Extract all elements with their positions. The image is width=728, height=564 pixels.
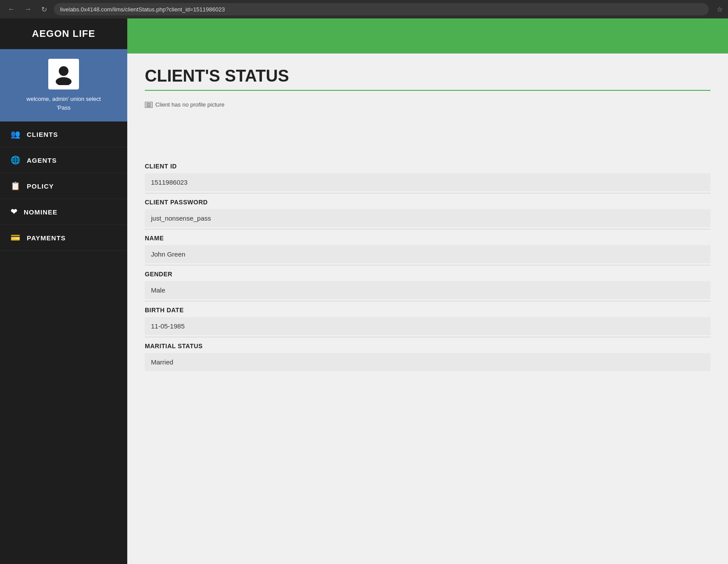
green-header [127,18,728,54]
field-value-birth-date: 11-05-1985 [145,317,710,335]
sidebar-item-payments[interactable]: 💳 PAYMENTS [0,225,127,251]
svg-point-1 [56,77,72,85]
policy-icon: 📋 [11,181,21,191]
svg-point-0 [59,66,68,76]
field-label-gender: GENDER [145,265,710,281]
field-value-client-id: 1511986023 [145,173,710,191]
sidebar-item-agents[interactable]: 🌐 AGENTS [0,147,127,173]
field-value-maritial-status: Married [145,353,710,371]
nav-menu: 👥 CLIENTS 🌐 AGENTS 📋 POLICY ❤ NOMINEE 💳 … [0,121,127,564]
title-divider [145,90,710,91]
sidebar: AEGON LIFE welcome, admin' union select … [0,18,127,564]
bookmark-icon[interactable]: ☆ [717,5,723,14]
field-label-client-password: CLIENT PASSWORD [145,193,710,209]
content-area: CLIENT'S STATUS 🖼 Client has no profile … [127,54,728,564]
sidebar-header: AEGON LIFE [0,18,127,49]
back-button[interactable]: ← [5,4,18,14]
broken-image-icon: 🖼 [145,102,153,108]
client-fields: CLIENT ID1511986023CLIENT PASSWORDjust_n… [145,157,710,371]
nominee-icon: ❤ [11,207,18,217]
field-value-client-password: just_nonsense_pass [145,209,710,227]
user-welcome: welcome, admin' union select 'Pass [26,95,100,112]
field-value-name: John Green [145,245,710,263]
profile-picture-area: 🖼 Client has no profile picture [145,101,710,145]
page-title: CLIENT'S STATUS [145,67,710,86]
agents-icon: 🌐 [11,155,21,165]
no-photo-text: Client has no profile picture [155,101,225,108]
sidebar-item-policy[interactable]: 📋 POLICY [0,173,127,199]
sidebar-item-nominee-label: NOMINEE [24,208,57,216]
app-container: AEGON LIFE welcome, admin' union select … [0,18,728,564]
field-label-birth-date: BIRTH DATE [145,301,710,317]
user-section: welcome, admin' union select 'Pass [0,49,127,121]
field-label-maritial-status: MARITIAL STATUS [145,337,710,353]
payments-icon: 💳 [11,233,21,243]
refresh-button[interactable]: ↻ [39,4,50,14]
avatar-icon [53,63,75,85]
sidebar-item-agents-label: AGENTS [27,157,57,164]
browser-chrome: ← → ↻ ☆ [0,0,728,18]
url-bar[interactable] [54,3,709,15]
sidebar-item-clients-label: CLIENTS [27,131,58,138]
sidebar-item-clients[interactable]: 👥 CLIENTS [0,121,127,147]
field-label-name: NAME [145,229,710,245]
main-content: CLIENT'S STATUS 🖼 Client has no profile … [127,18,728,564]
avatar [48,59,79,89]
field-label-client-id: CLIENT ID [145,157,710,173]
sidebar-item-payments-label: PAYMENTS [27,234,66,242]
sidebar-item-policy-label: POLICY [27,182,54,190]
forward-button[interactable]: → [22,4,34,14]
sidebar-item-nominee[interactable]: ❤ NOMINEE [0,199,127,225]
clients-icon: 👥 [11,129,21,139]
field-value-gender: Male [145,281,710,299]
sidebar-logo: AEGON LIFE [9,28,118,39]
